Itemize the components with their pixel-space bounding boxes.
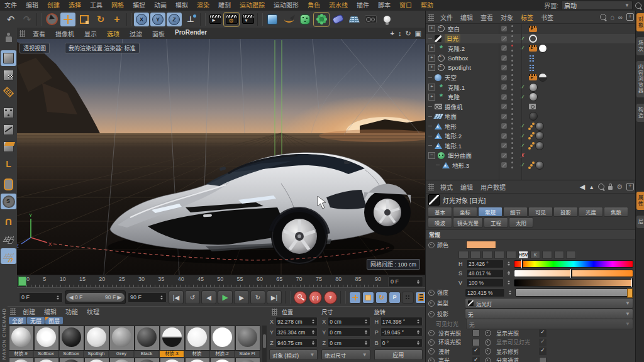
record-keyframe-button[interactable]	[294, 291, 307, 304]
slider-handle[interactable]	[627, 288, 633, 298]
spinner-icon[interactable]	[364, 329, 369, 336]
material-tag-icon[interactable]	[538, 73, 547, 82]
render-tag-icon[interactable]	[529, 26, 537, 32]
phong-tag-icon[interactable]	[530, 145, 533, 147]
side-tab-对象[interactable]: 对象	[636, 13, 644, 31]
attribute-tab-太阳[interactable]: 太阳	[509, 217, 533, 228]
material-item[interactable]	[59, 358, 83, 362]
spinner-icon[interactable]	[311, 329, 316, 336]
attribute-tab-常规[interactable]: 常规	[478, 207, 502, 217]
back-icon[interactable]	[580, 183, 585, 191]
side-tab-内容浏览器[interactable]: 内容浏览器	[636, 61, 644, 97]
grid-icon[interactable]	[506, 251, 516, 259]
grip-icon[interactable]	[428, 184, 434, 190]
material-item[interactable]	[185, 358, 209, 362]
current-frame-field[interactable]: 0 F	[388, 277, 423, 287]
record-parameter-button[interactable]: P	[389, 292, 401, 304]
phong-tag-icon[interactable]	[530, 164, 533, 167]
object-name[interactable]: 天空	[445, 73, 457, 82]
keyframe-dot-icon[interactable]	[485, 358, 491, 362]
object-name[interactable]: Spotlight	[448, 64, 471, 71]
checkbox-显示修剪[interactable]	[539, 348, 547, 355]
light-tag-icon[interactable]	[529, 35, 537, 43]
spinner-icon[interactable]	[416, 318, 421, 326]
coord-field[interactable]: 0 cm	[328, 317, 370, 326]
keyframe-dot-icon[interactable]	[428, 242, 435, 248]
checkbox-高光[interactable]	[472, 357, 480, 362]
snap-workplane-icon[interactable]	[1, 248, 16, 264]
keyframe-dot-icon[interactable]	[428, 300, 435, 307]
object-row[interactable]: +*克隆.1✓	[426, 82, 636, 92]
slider-marker[interactable]	[521, 260, 523, 268]
object-name[interactable]: 日光	[445, 34, 460, 43]
menu-脚本[interactable]: 脚本	[374, 0, 395, 11]
grip-icon[interactable]	[428, 14, 434, 21]
object-name[interactable]: 地形	[445, 122, 457, 131]
object-row[interactable]: +Softbox	[426, 53, 636, 63]
expander-icon[interactable]: +	[428, 45, 435, 52]
material-tag-icon[interactable]	[535, 122, 544, 131]
visibility-dots-icon[interactable]	[511, 142, 514, 149]
layer-toggle-icon[interactable]	[501, 94, 507, 100]
move-icon[interactable]	[60, 13, 75, 26]
keyframe-dot-icon[interactable]	[485, 348, 491, 354]
axis-x-icon[interactable]: X	[134, 13, 149, 26]
checkbox-显示光照[interactable]	[539, 329, 547, 337]
layer-toggle-icon[interactable]	[501, 162, 507, 168]
keyframe-dot-icon[interactable]	[428, 348, 435, 354]
attribute-tab-基本[interactable]: 基本	[428, 207, 452, 217]
add-tab-icon[interactable]: +	[626, 183, 634, 190]
keyframe-dot-icon[interactable]	[428, 330, 435, 336]
layer-toggle-icon[interactable]	[501, 36, 507, 41]
coord-field[interactable]: 0 cm	[328, 338, 370, 348]
object-name[interactable]: 空白	[448, 25, 460, 33]
object-row[interactable]: −细分曲面✗	[426, 151, 636, 161]
visibility-dots-icon[interactable]	[511, 35, 514, 42]
layer-toggle-icon[interactable]	[501, 133, 507, 139]
object-row[interactable]: 天空	[426, 73, 636, 83]
attribute-tab-焦散[interactable]: 焦散	[604, 207, 628, 217]
subdivision-icon[interactable]	[297, 13, 313, 26]
attribute-tab-投影[interactable]: 投影	[553, 207, 578, 217]
menu-运动图形[interactable]: 运动图形	[269, 0, 303, 11]
enabled-state-icon[interactable]: ✓	[519, 84, 526, 90]
enabled-state-icon[interactable]: ✓	[519, 35, 526, 42]
range-bar[interactable]: ◀ 0 F 90 F ▶	[66, 293, 125, 302]
play-button[interactable]: ▶	[218, 290, 233, 304]
enabled-state-icon[interactable]: ✓	[519, 45, 526, 52]
coord-mode-dropdown[interactable]: 对象 (相对)▼	[269, 349, 318, 360]
record-rotation-button[interactable]: ↻	[375, 292, 387, 304]
camera-icon[interactable]	[363, 13, 378, 26]
viewport-menu-选项[interactable]: 选项	[102, 29, 125, 38]
coord-field[interactable]: 0 cm	[328, 327, 370, 337]
menu-创建[interactable]: 创建	[43, 0, 64, 11]
layer-toggle-icon[interactable]	[501, 123, 507, 129]
coord-mode-dropdown[interactable]: 绝对尺寸▼	[321, 349, 370, 360]
grip-icon[interactable]	[19, 30, 25, 37]
picture-icon[interactable]	[494, 251, 504, 259]
material-item[interactable]	[235, 358, 259, 362]
enable-axis-icon[interactable]	[1, 156, 16, 172]
object-menu-编辑[interactable]: 编辑	[457, 13, 477, 22]
link-icon[interactable]	[618, 14, 623, 21]
material-item[interactable]: Softbox	[59, 326, 83, 357]
material-menu-编辑[interactable]: 编辑	[40, 307, 61, 316]
checkbox-显示可见灯光[interactable]	[539, 339, 547, 346]
color-wheel-icon[interactable]	[470, 251, 480, 259]
object-row[interactable]: 地形.3✓	[426, 160, 636, 170]
layer-toggle-icon[interactable]	[501, 75, 507, 80]
spectrum-icon[interactable]	[482, 251, 492, 259]
intensity-field[interactable]: 120.415 %	[465, 288, 505, 297]
floor-icon[interactable]	[347, 13, 362, 26]
autokeying-button[interactable]: (○)	[309, 291, 322, 304]
magnet-snap-icon[interactable]	[1, 214, 16, 230]
attribute-tab-坐标[interactable]: 坐标	[453, 207, 477, 217]
hsv-slider-V[interactable]	[514, 279, 633, 287]
object-row[interactable]: 地形.2✓	[426, 131, 636, 141]
record-pla-button[interactable]	[402, 292, 414, 304]
object-name[interactable]: 地形.1	[445, 141, 462, 150]
object-name[interactable]: Softbox	[448, 55, 468, 62]
record-position-button[interactable]	[349, 292, 361, 304]
material-scrollbar[interactable]	[262, 326, 267, 362]
section-header[interactable]: 常规	[426, 229, 636, 239]
